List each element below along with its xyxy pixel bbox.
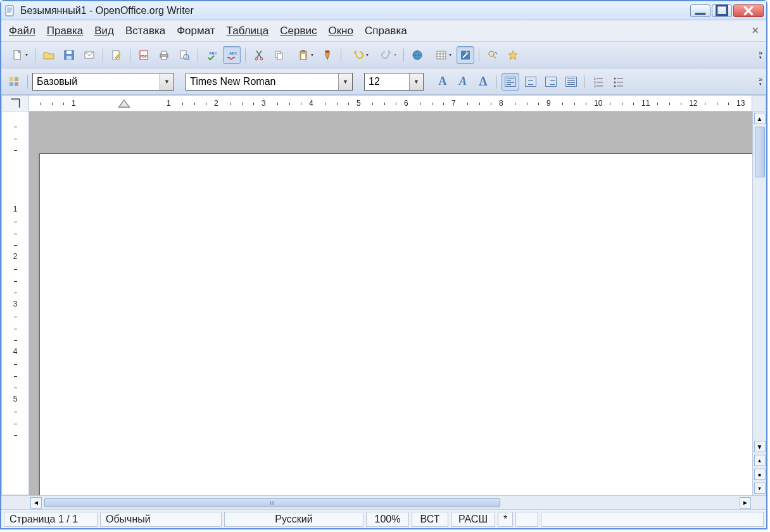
ruler-tick: 13 [736, 96, 745, 111]
vertical-ruler[interactable]: 12345 [1, 111, 29, 495]
menu-window[interactable]: Окно [328, 25, 353, 37]
bold-button[interactable]: A [434, 73, 451, 91]
page[interactable] [39, 153, 752, 495]
app-icon [4, 4, 16, 17]
ruler-corner[interactable] [1, 95, 29, 111]
ruler-tick: 7 [451, 96, 456, 111]
scroll-up-icon[interactable]: ▲ [754, 113, 766, 124]
menu-format[interactable]: Формат [177, 25, 215, 37]
paragraph-style-combo[interactable]: Базовый [32, 73, 174, 91]
align-center-button[interactable] [522, 73, 540, 91]
scroll-right-icon[interactable]: ► [740, 497, 751, 509]
underline-button[interactable]: A [474, 73, 492, 91]
autospellcheck-button[interactable]: ABC [223, 46, 241, 64]
prev-page-icon[interactable]: ▲ [754, 455, 766, 466]
bulleted-list-button[interactable] [610, 73, 628, 91]
redo-button[interactable] [374, 46, 399, 64]
scroll-thumb[interactable]: III [44, 498, 500, 507]
email-button[interactable] [80, 46, 98, 64]
menu-tools[interactable]: Сервис [280, 25, 317, 37]
statusbar: Страница 1 / 1 Обычный Русский 100% ВСТ … [1, 509, 766, 528]
undo-button[interactable] [346, 46, 371, 64]
print-preview-button[interactable] [175, 46, 193, 64]
menu-help[interactable]: Справка [365, 25, 407, 37]
status-page[interactable]: Страница 1 / 1 [4, 512, 98, 527]
styles-window-button[interactable] [5, 73, 23, 91]
open-button[interactable] [40, 46, 58, 64]
ruler-tick: 9 [546, 96, 551, 111]
svg-rect-15 [161, 51, 167, 54]
titlebar[interactable]: Безымянный1 - OpenOffice.org Writer [1, 1, 766, 20]
svg-rect-33 [9, 77, 13, 81]
svg-point-32 [489, 51, 494, 56]
table-button[interactable] [429, 46, 454, 64]
menu-file[interactable]: Файл [9, 25, 35, 37]
toolbar-more-icon[interactable]: »▾ [759, 77, 762, 87]
scroll-left-icon[interactable]: ◄ [30, 497, 42, 509]
cut-button[interactable] [250, 46, 268, 64]
menu-edit[interactable]: Правка [47, 25, 83, 37]
horizontal-scrollbar[interactable]: ◄ III ► [29, 495, 752, 509]
ruler-tick: 3 [2, 300, 28, 308]
status-modified[interactable]: * [498, 512, 513, 527]
status-selection-mode[interactable]: РАСШ [451, 512, 495, 527]
scroll-down-icon[interactable]: ▼ [754, 441, 766, 452]
scroll-thumb[interactable] [755, 127, 765, 177]
svg-rect-9 [66, 56, 72, 60]
status-zoom[interactable]: 100% [366, 512, 409, 527]
copy-button[interactable] [270, 46, 288, 64]
menu-insert[interactable]: Вставка [125, 25, 165, 37]
svg-rect-4 [695, 13, 706, 15]
status-page-style[interactable]: Обычный [100, 512, 222, 527]
hyperlink-button[interactable] [408, 46, 426, 64]
align-left-button[interactable] [502, 73, 519, 91]
align-right-button[interactable] [542, 73, 560, 91]
edit-file-button[interactable] [108, 46, 125, 64]
svg-rect-30 [437, 51, 446, 59]
svg-rect-5 [717, 5, 728, 15]
svg-rect-27 [301, 54, 305, 59]
dropdown-icon[interactable] [409, 73, 423, 90]
dropdown-icon[interactable] [338, 73, 352, 90]
dropdown-icon[interactable] [160, 73, 174, 90]
svg-rect-36 [15, 82, 18, 86]
menu-view[interactable]: Вид [94, 25, 114, 37]
close-document-icon[interactable]: × [752, 24, 759, 37]
svg-rect-24 [277, 53, 282, 60]
align-justify-button[interactable] [562, 73, 580, 91]
ruler-tick: 11 [641, 96, 650, 111]
italic-button[interactable]: A [454, 73, 472, 91]
save-button[interactable] [60, 46, 78, 64]
nav-target-icon[interactable]: ● [754, 469, 766, 480]
format-paintbrush-button[interactable] [319, 46, 336, 64]
export-pdf-button[interactable]: PDF [135, 46, 153, 64]
indent-marker-icon[interactable] [118, 98, 127, 107]
ruler-tick: 10 [594, 96, 602, 111]
font-size-combo[interactable]: 12 [364, 73, 424, 91]
close-button[interactable] [733, 4, 764, 17]
print-button[interactable] [155, 46, 173, 64]
find-replace-button[interactable] [484, 46, 502, 64]
font-name-combo[interactable]: Times New Roman [186, 73, 353, 91]
toolbar-more-icon[interactable]: »▾ [759, 50, 762, 60]
new-document-button[interactable] [5, 46, 30, 64]
maximize-button[interactable] [712, 4, 732, 17]
show-draw-functions-button[interactable] [457, 46, 474, 64]
next-page-icon[interactable]: ▼ [754, 483, 766, 494]
status-insert-mode[interactable]: ВСТ [412, 512, 448, 527]
numbered-list-button[interactable]: 123 [590, 73, 607, 91]
menu-table[interactable]: Таблица [227, 25, 269, 37]
navigator-button[interactable] [504, 46, 522, 64]
vertical-scrollbar[interactable]: ▲ ▼ ▲ ● ▼ [752, 111, 766, 495]
standard-toolbar: PDF ABC ABC »▾ [1, 42, 766, 68]
minimize-button[interactable] [690, 4, 710, 17]
spellcheck-button[interactable]: ABC [203, 46, 220, 64]
document-view[interactable] [29, 111, 752, 495]
horizontal-ruler[interactable]: 11234567891011121314 [29, 95, 752, 111]
paste-button[interactable] [291, 46, 316, 64]
svg-point-43 [614, 77, 616, 79]
status-info[interactable] [541, 512, 764, 527]
status-signature[interactable] [515, 512, 538, 527]
status-language[interactable]: Русский [224, 512, 363, 527]
ruler-tick: 12 [689, 96, 697, 111]
